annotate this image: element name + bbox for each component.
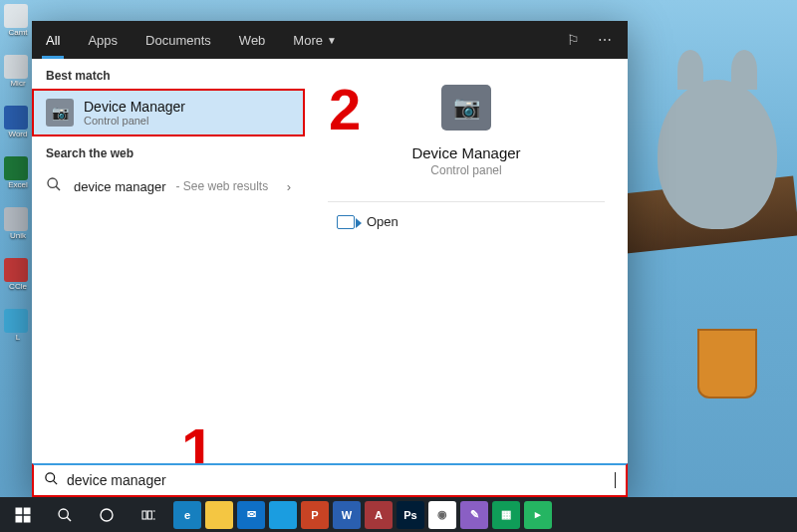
svg-rect-6	[16, 515, 23, 522]
tab-more[interactable]: More▼	[279, 21, 351, 59]
wallpaper-totoro	[658, 80, 777, 229]
app-icon	[4, 55, 28, 79]
taskbar: e✉PWAPs◉✎▦▸	[0, 497, 797, 532]
desktop-icon[interactable]: L	[4, 309, 32, 342]
search-results-column: Best match 📷 Device Manager Control pane…	[32, 59, 305, 497]
web-result-hint: - See web results	[176, 179, 269, 193]
feedback-icon[interactable]: ⚐	[567, 32, 580, 48]
start-button[interactable]	[4, 499, 42, 531]
desktop-icon-label: Word	[4, 130, 32, 138]
search-input-row	[32, 463, 628, 497]
app-icon	[4, 258, 28, 282]
desktop-icon-label: Micr	[4, 79, 32, 88]
svg-line-1	[56, 186, 60, 190]
tab-apps[interactable]: Apps	[74, 21, 132, 59]
preview-device-manager-icon: 📷	[441, 85, 491, 131]
task-view-button[interactable]	[130, 499, 167, 531]
svg-point-0	[48, 178, 57, 187]
app-icon	[4, 4, 28, 28]
app-icon	[4, 207, 28, 231]
tab-web-label: Web	[239, 33, 266, 48]
callout-2: 2	[329, 76, 361, 142]
taskbar-app-edge[interactable]: e	[173, 501, 201, 529]
desktop-icon-label: L	[4, 333, 32, 342]
taskbar-app-paint[interactable]: ✎	[460, 501, 488, 529]
taskbar-app-photoshop[interactable]: Ps	[397, 501, 424, 529]
svg-line-9	[67, 517, 71, 521]
svg-line-3	[53, 480, 57, 484]
svg-point-10	[101, 509, 113, 521]
open-label: Open	[367, 214, 398, 229]
svg-rect-12	[147, 511, 151, 519]
best-match-title: Device Manager	[84, 99, 185, 115]
more-options-icon[interactable]: ⋯	[598, 32, 612, 48]
svg-rect-4	[16, 507, 23, 514]
taskbar-app-file-explorer[interactable]	[205, 501, 233, 529]
wallpaper-bag	[697, 329, 757, 399]
svg-rect-11	[142, 511, 146, 519]
taskbar-app-app[interactable]: ▸	[524, 501, 552, 529]
search-icon	[44, 471, 59, 489]
search-icon	[46, 176, 64, 196]
tab-documents[interactable]: Documents	[132, 21, 225, 59]
desktop-icon-label: Excel	[4, 180, 32, 189]
svg-rect-5	[24, 507, 31, 514]
best-match-result[interactable]: 📷 Device Manager Control panel	[32, 89, 305, 136]
web-result-query: device manager	[74, 179, 166, 194]
tab-apps-label: Apps	[88, 33, 118, 48]
tab-all-label: All	[46, 33, 60, 48]
app-icon	[4, 309, 28, 333]
device-manager-icon: 📷	[46, 99, 74, 127]
desktop-icon[interactable]: Excel	[4, 156, 32, 189]
desktop-icons-column: CamtMicrWordExcelUnikCCleL	[4, 0, 32, 342]
search-tab-bar: All Apps Documents Web More▼ ⚐ ⋯	[32, 21, 628, 59]
tab-all[interactable]: All	[32, 21, 74, 59]
preview-title: Device Manager	[411, 144, 520, 161]
chevron-down-icon: ▼	[327, 35, 337, 46]
tab-more-label: More	[293, 33, 323, 48]
web-result-row[interactable]: device manager - See web results ›	[32, 166, 305, 206]
svg-point-2	[46, 473, 55, 482]
desktop-icon[interactable]: Micr	[4, 55, 32, 88]
app-icon	[4, 156, 28, 180]
preview-subtitle: Control panel	[430, 163, 501, 177]
desktop-icon-label: CCle	[4, 282, 32, 291]
best-match-subtitle: Control panel	[84, 115, 185, 127]
search-web-header: Search the web	[32, 136, 305, 166]
tab-documents-label: Documents	[145, 33, 211, 48]
desktop-icon[interactable]: Unik	[4, 207, 32, 240]
taskbar-app-word[interactable]: W	[333, 501, 361, 529]
taskbar-app-mail[interactable]: ✉	[237, 501, 265, 529]
open-icon	[337, 215, 355, 229]
tab-bar-right: ⚐ ⋯	[567, 32, 628, 48]
text-cursor	[615, 472, 616, 488]
taskbar-app-powerpoint[interactable]: P	[301, 501, 329, 529]
svg-point-8	[59, 509, 68, 518]
desktop-icon-label: Camt	[4, 28, 32, 37]
desktop-icon-label: Unik	[4, 231, 32, 240]
chevron-right-icon: ›	[287, 179, 291, 194]
cortana-button[interactable]	[88, 499, 126, 531]
open-action[interactable]: Open	[305, 202, 628, 229]
taskbar-search-button[interactable]	[46, 499, 84, 531]
desktop-icon[interactable]: CCle	[4, 258, 32, 291]
svg-rect-7	[24, 515, 31, 522]
search-input[interactable]	[67, 472, 607, 488]
taskbar-app-access[interactable]: A	[365, 501, 393, 529]
taskbar-app-sheets[interactable]: ▦	[492, 501, 520, 529]
desktop-icon[interactable]: Word	[4, 106, 32, 138]
best-match-header: Best match	[32, 59, 305, 89]
taskbar-app-store[interactable]	[269, 501, 297, 529]
app-icon	[4, 106, 28, 130]
desktop-icon[interactable]: Camt	[4, 4, 32, 37]
tab-web[interactable]: Web	[225, 21, 280, 59]
taskbar-app-chrome[interactable]: ◉	[428, 501, 456, 529]
